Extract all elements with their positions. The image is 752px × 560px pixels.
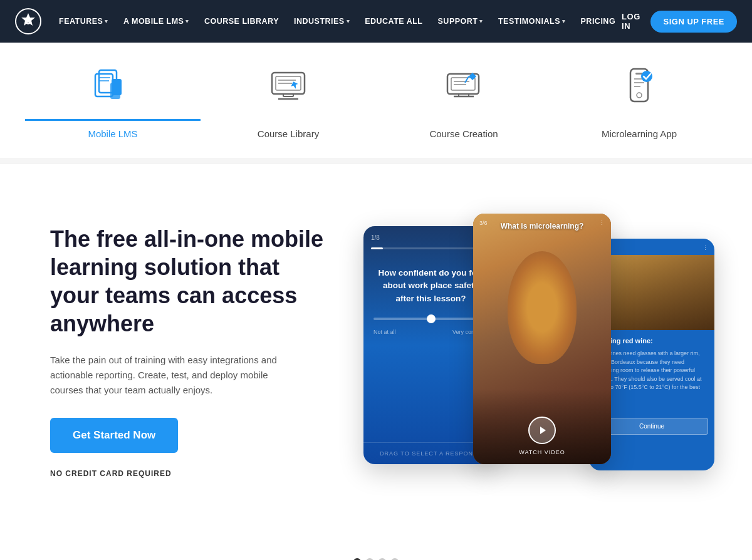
hero-phones: 1/8 ⋮ How confident do you feel about wo…	[363, 201, 714, 502]
chevron-down-icon: ▾	[105, 18, 108, 24]
phone-slider[interactable]	[373, 318, 488, 320]
nav-pricing[interactable]: PRICING	[575, 12, 622, 31]
svg-marker-28	[540, 427, 546, 434]
hero-title: The free all-in-one mobile learning solu…	[50, 225, 326, 338]
nav-educate-all[interactable]: EDUCATE ALL	[358, 12, 429, 31]
get-started-button[interactable]: Get Started Now	[50, 418, 178, 453]
tabs-icons: Mobile LMS Cou	[0, 61, 752, 158]
watch-video-label: WATCH VIDEO	[519, 449, 565, 455]
nav-logo[interactable]	[15, 8, 41, 34]
tab-course-library-label: Course Library	[201, 119, 376, 148]
phone-progress-fill	[371, 247, 383, 249]
nav-right: LOG IN SIGN UP FREE	[622, 11, 737, 33]
phone-right-menu-icon: ⋮	[702, 245, 708, 251]
tab-course-library[interactable]: Course Library	[201, 61, 376, 158]
nav-mobile-lms[interactable]: A MOBILE LMS ▾	[117, 12, 196, 31]
phone-mid-badge: 3/6	[479, 220, 488, 226]
signup-button[interactable]: SIGN UP FREE	[650, 11, 737, 33]
svg-point-26	[637, 93, 642, 98]
tabs-section: Mobile LMS Cou	[0, 43, 752, 163]
chevron-down-icon: ▾	[562, 18, 566, 24]
phone-mid-top: 3/6 ⋮	[479, 220, 605, 226]
nav-support[interactable]: SUPPORT ▾	[432, 12, 489, 31]
phone-mid-menu-icon: ⋮	[599, 220, 605, 226]
svg-rect-12	[283, 94, 293, 96]
phone-progress: 1/8	[371, 234, 380, 241]
tabs-bottom-bar	[0, 158, 752, 163]
hero-section: The free all-in-one mobile learning solu…	[0, 163, 752, 539]
continue-button[interactable]: Continue	[595, 418, 708, 435]
play-button[interactable]	[528, 417, 556, 444]
chevron-down-icon: ▾	[347, 18, 350, 24]
phone-video: What is microlearning? 3/6 ⋮ WATCH VIDEO	[473, 214, 611, 464]
no-credit-label: NO CREDIT CARD REQUIRED	[50, 469, 326, 478]
phone-mid-image: What is microlearning? 3/6 ⋮ WATCH VIDEO	[473, 214, 611, 464]
chevron-down-icon: ▾	[479, 18, 483, 24]
tab-microlearning-label: Microlearning App	[551, 119, 727, 148]
course-library-icon	[260, 61, 316, 111]
phone-slider-thumb	[427, 314, 436, 323]
svg-rect-15	[451, 78, 475, 90]
mobile-lms-icon	[85, 61, 141, 111]
tab-course-creation[interactable]: Course Creation	[376, 61, 551, 158]
carousel-dots	[0, 539, 752, 560]
login-button[interactable]: LOG IN	[622, 12, 640, 31]
nav-features[interactable]: FEATURES ▾	[53, 12, 115, 31]
microlearning-icon	[611, 61, 667, 111]
svg-marker-11	[290, 80, 299, 90]
hero-description: Take the pain out of training with easy …	[50, 353, 288, 398]
chevron-down-icon: ▾	[185, 18, 189, 24]
nav-testimonials[interactable]: TESTIMONIALS ▾	[492, 12, 572, 31]
tab-course-creation-label: Course Creation	[376, 119, 551, 148]
nav-links: FEATURES ▾ A MOBILE LMS ▾ COURSE LIBRARY…	[53, 12, 622, 31]
hero-text: The free all-in-one mobile learning solu…	[50, 225, 326, 478]
nav-industries[interactable]: INDUSTRIES ▾	[288, 12, 356, 31]
tab-mobile-lms-label: Mobile LMS	[25, 119, 201, 148]
svg-rect-4	[112, 79, 122, 95]
svg-rect-20	[459, 94, 469, 96]
phone-mid-overlay: WATCH VIDEO	[473, 389, 611, 464]
navbar: FEATURES ▾ A MOBILE LMS ▾ COURSE LIBRARY…	[0, 0, 752, 43]
svg-point-27	[641, 71, 652, 82]
course-creation-icon	[436, 61, 492, 111]
nav-course-library[interactable]: COURSE LIBRARY	[198, 12, 285, 31]
tab-mobile-lms[interactable]: Mobile LMS	[25, 61, 201, 158]
tab-microlearning[interactable]: Microlearning App	[551, 61, 727, 158]
slider-label-left: Not at all	[373, 329, 396, 335]
